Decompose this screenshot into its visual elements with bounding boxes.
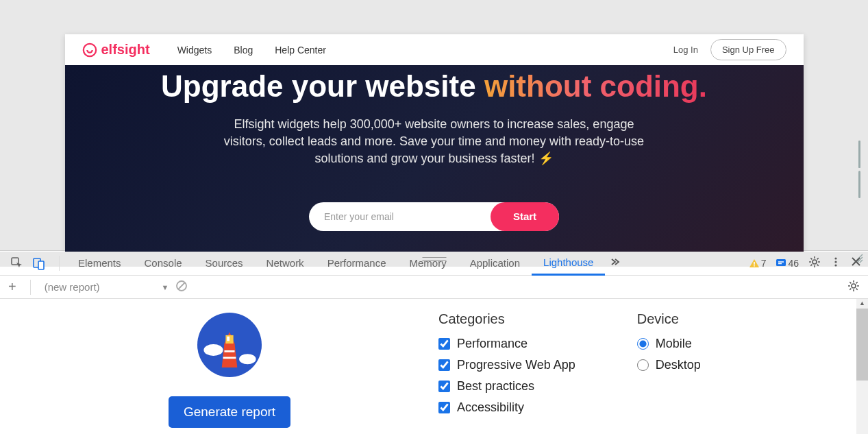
add-report-icon[interactable]: + [8, 279, 16, 295]
lighthouse-settings-icon[interactable] [847, 282, 860, 294]
svg-point-12 [852, 284, 856, 288]
hero-heading-main: Upgrade your website [161, 69, 484, 103]
warnings-count: 7 [761, 258, 767, 269]
separator [59, 256, 60, 271]
checkbox-best-practices[interactable] [438, 381, 450, 392]
separator [30, 280, 31, 295]
more-tabs-icon[interactable] [609, 256, 620, 270]
checkbox-accessibility[interactable] [438, 402, 450, 413]
tab-sources[interactable]: Sources [194, 251, 255, 276]
warnings-badge[interactable]: 7 [749, 258, 767, 269]
chevron-down-icon: ▼ [162, 283, 169, 291]
devtools-tabs: Elements Console Sources Network Perform… [66, 251, 605, 276]
nav-widgets[interactable]: Widgets [177, 45, 212, 56]
radio-desktop[interactable] [637, 359, 649, 371]
start-button[interactable]: Start [491, 202, 559, 231]
lighthouse-body: Generate report Categories Performance P… [0, 299, 868, 434]
svg-rect-4 [754, 262, 755, 265]
nav-help-center[interactable]: Help Center [275, 45, 326, 56]
lighthouse-toolbar: + (new report) ▼ [0, 276, 868, 299]
site-header: elfsight Widgets Blog Help Center Log In… [65, 34, 804, 65]
scroll-up-icon[interactable]: ▲ [859, 300, 866, 306]
rendered-page: elfsight Widgets Blog Help Center Log In… [65, 34, 804, 252]
tab-performance[interactable]: Performance [316, 251, 398, 276]
report-selector[interactable]: (new report) ▼ [45, 281, 169, 293]
devtools-scrollbar[interactable]: ▲ [856, 299, 868, 434]
svg-point-16 [203, 344, 223, 356]
settings-icon[interactable] [808, 256, 821, 271]
elfsight-logo-icon [82, 43, 97, 58]
hero-heading: Upgrade your website without coding. [86, 69, 783, 104]
generate-report-button[interactable]: Generate report [169, 396, 290, 428]
category-accessibility[interactable]: Accessibility [438, 400, 575, 415]
warning-icon [749, 258, 760, 269]
logo-text: elfsight [101, 42, 150, 58]
viewport-ruler [0, 0, 868, 27]
email-input[interactable] [324, 211, 491, 222]
tab-network[interactable]: Network [255, 251, 316, 276]
login-link[interactable]: Log In [673, 45, 698, 55]
messages-badge[interactable]: 46 [776, 258, 799, 269]
device-column: Device Mobile Desktop [637, 311, 701, 428]
devtools-panel: Elements Console Sources Network Perform… [0, 250, 868, 434]
kebab-menu-icon[interactable] [830, 256, 841, 270]
tab-lighthouse[interactable]: Lighthouse [532, 251, 605, 276]
viewport-scroll-indicator [858, 141, 863, 168]
close-devtools-icon[interactable] [851, 256, 861, 270]
responsive-viewport: elfsight Widgets Blog Help Center Log In… [0, 27, 868, 250]
hero-section: Upgrade your website without coding. Elf… [65, 65, 804, 252]
device-mobile[interactable]: Mobile [637, 337, 701, 351]
svg-point-9 [834, 261, 836, 263]
tab-elements[interactable]: Elements [66, 251, 133, 276]
site-logo[interactable]: elfsight [82, 42, 177, 58]
svg-point-17 [239, 354, 256, 364]
inspect-element-icon[interactable] [8, 254, 26, 272]
svg-rect-15 [227, 337, 230, 341]
categories-column: Categories Performance Progressive Web A… [438, 311, 575, 428]
messages-count: 46 [788, 258, 799, 269]
devtools-tab-bar: Elements Console Sources Network Perform… [0, 251, 868, 276]
email-capture: Start [86, 202, 783, 231]
scrollbar-thumb[interactable] [856, 309, 868, 381]
svg-point-7 [813, 260, 817, 264]
radio-mobile[interactable] [637, 338, 649, 350]
svg-rect-3 [38, 261, 44, 269]
lighthouse-logo-icon [194, 313, 265, 377]
lighthouse-options: Categories Performance Progressive Web A… [438, 311, 701, 428]
email-pill: Start [309, 202, 559, 231]
svg-point-10 [834, 264, 836, 266]
tab-application[interactable]: Application [458, 251, 532, 276]
lighthouse-left: Generate report [21, 311, 438, 428]
report-selector-label: (new report) [45, 281, 100, 293]
device-toolbar-icon[interactable] [30, 254, 48, 272]
device-title: Device [637, 311, 701, 327]
devtools-right-controls: 7 46 [749, 256, 861, 271]
message-icon [776, 258, 786, 269]
device-desktop[interactable]: Desktop [637, 358, 701, 372]
checkbox-performance[interactable] [438, 338, 450, 350]
svg-point-8 [834, 257, 836, 259]
auth-area: Log In Sign Up Free [673, 39, 786, 60]
hero-heading-accent: without coding. [484, 69, 707, 103]
category-best-practices[interactable]: Best practices [438, 379, 575, 394]
svg-rect-6 [776, 259, 786, 266]
category-performance[interactable]: Performance [438, 337, 575, 351]
tab-console[interactable]: Console [133, 251, 194, 276]
checkbox-pwa[interactable] [438, 359, 450, 371]
nav-blog[interactable]: Blog [234, 45, 253, 56]
categories-title: Categories [438, 311, 575, 327]
svg-rect-5 [754, 265, 755, 267]
signup-button[interactable]: Sign Up Free [710, 39, 786, 60]
hero-subtitle: Elfsight widgets help 300,000+ website o… [215, 116, 654, 168]
main-nav: Widgets Blog Help Center [177, 45, 673, 56]
tab-memory[interactable]: Memory [398, 251, 458, 276]
category-pwa[interactable]: Progressive Web App [438, 358, 575, 372]
svg-point-0 [83, 43, 95, 56]
clear-icon[interactable] [175, 280, 188, 295]
